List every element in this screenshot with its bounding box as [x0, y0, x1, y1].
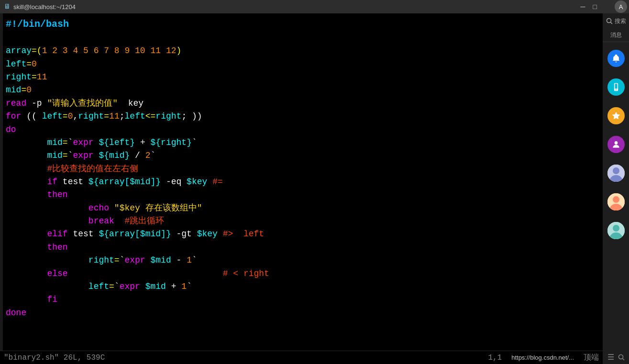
search-label: 搜索: [615, 17, 626, 25]
sidebar-bottom: ☰: [603, 351, 629, 364]
avatar3-item[interactable]: [603, 216, 629, 245]
search-icon: [606, 18, 613, 24]
svg-point-12: [618, 355, 623, 359]
user-avatar: A: [619, 3, 623, 11]
titlebar: 🖥 skill@localhost:~/1204 ─ □: [0, 0, 603, 13]
maximize-button[interactable]: □: [591, 3, 599, 11]
messages-label: 消息: [610, 31, 622, 39]
svg-point-5: [614, 141, 618, 144]
sidebar-icons: [603, 42, 629, 351]
svg-rect-3: [615, 84, 617, 88]
code-line-18: then: [6, 241, 599, 254]
status-top-label: 顶端: [584, 353, 599, 363]
status-source: https://blog.csdn.net/...: [511, 354, 574, 361]
phone-item[interactable]: [603, 73, 629, 101]
avatar1-icon: [607, 165, 625, 182]
code-line-6: mid=0: [6, 84, 599, 97]
avatar3: [607, 222, 625, 239]
code-line-3: array=(1 2 3 4 5 6 7 8 9 10 11 12): [6, 44, 599, 57]
code-line-19: right=`expr $mid - 1`: [6, 254, 599, 267]
star-icon-circle: [607, 107, 625, 124]
code-line-20: else # < right: [6, 267, 599, 280]
svg-point-4: [616, 89, 617, 90]
svg-line-1: [610, 22, 612, 24]
code-line-13: if test ${array[$mid]} -eq $key #=: [6, 176, 599, 188]
user-item[interactable]: [603, 130, 629, 159]
svg-point-11: [613, 225, 619, 232]
star-item[interactable]: [603, 101, 629, 130]
right-top-bar: A: [603, 0, 629, 13]
code-line-9: do: [6, 123, 599, 136]
avatar-placeholder: A: [615, 0, 627, 13]
search-row[interactable]: 搜索: [603, 13, 629, 29]
phone-icon: [611, 82, 621, 92]
window-controls: ─ □: [579, 3, 599, 11]
messages-row: 消息: [603, 29, 629, 42]
statusbar: "binary2.sh" 26L, 539C 1,1 https://blog.…: [0, 351, 603, 364]
svg-line-13: [622, 359, 624, 361]
code-line-17: elif test ${array[$mid]} -gt $key #> lef…: [6, 228, 599, 241]
person-icon: [611, 140, 621, 149]
code-line-10: mid=`expr ${left} + ${right}`: [6, 136, 599, 149]
window-title: skill@localhost:~/1204: [13, 3, 579, 11]
code-line-12: #比较查找的值在左右侧: [6, 163, 599, 176]
bell-icon: [611, 54, 621, 63]
svg-point-7: [613, 167, 619, 174]
status-position: 1,1: [488, 353, 502, 362]
terminal-icon: 🖥: [4, 3, 11, 11]
avatar3-icon: [607, 222, 625, 239]
code-line-7: read -p "请输入查找的值" key: [6, 97, 599, 110]
sidebar-search-icon[interactable]: [618, 354, 625, 361]
code-line-4: left=0: [6, 58, 599, 71]
code-line-21: left=`expr $mid + 1`: [6, 280, 599, 293]
avatar1: [607, 165, 625, 182]
code-line-23: done: [6, 307, 599, 320]
minimize-button[interactable]: ─: [579, 3, 587, 11]
status-filename: "binary2.sh" 26L, 539C: [4, 353, 105, 362]
empty-line-2: [6, 32, 599, 44]
hamburger-icon[interactable]: ☰: [607, 353, 614, 362]
code-line-5: right=11: [6, 71, 599, 84]
notification-icon-circle: [607, 50, 625, 67]
code-line-8: for (( left=0,right=11;left<=right; )): [6, 110, 599, 123]
avatar2-item[interactable]: [603, 188, 629, 216]
phone-icon-circle: [607, 78, 625, 96]
code-line-22: fi: [6, 293, 599, 306]
notification-item[interactable]: [603, 44, 629, 73]
code-line-1: #!/bin/bash: [6, 17, 599, 32]
right-panel: A 搜索 消息: [603, 0, 629, 364]
code-area: #!/bin/bash array=(1 2 3 4 5 6 7 8 9 10 …: [0, 13, 603, 351]
star-icon: [611, 111, 621, 121]
svg-point-9: [613, 196, 619, 203]
avatar2-icon: [607, 193, 625, 210]
svg-point-0: [607, 19, 611, 23]
code-line-15: echo "$key 存在该数组中": [6, 202, 599, 215]
user-icon-circle: [607, 136, 625, 153]
code-line-14: then: [6, 188, 599, 201]
code-line-16: break #跳出循环: [6, 215, 599, 228]
code-line-11: mid=`expr ${mid} / 2`: [6, 149, 599, 162]
avatar1-item[interactable]: [603, 159, 629, 188]
avatar2: [607, 193, 625, 210]
